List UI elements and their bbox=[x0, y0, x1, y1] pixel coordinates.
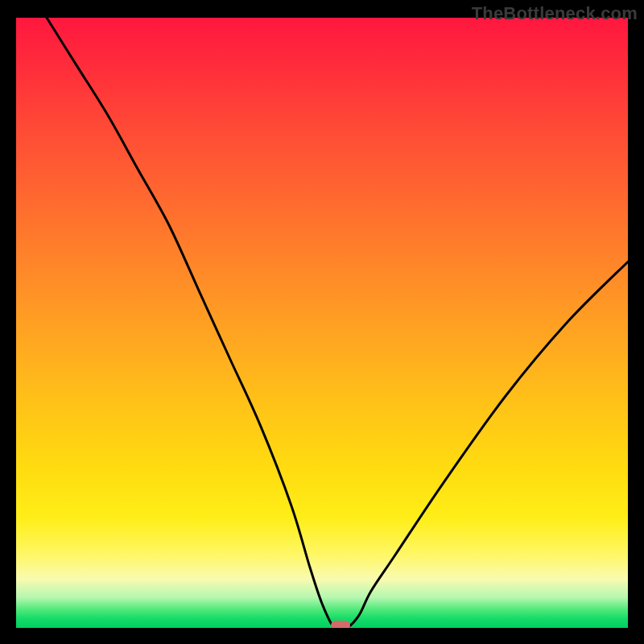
chart-frame: TheBottleneck.com bbox=[0, 0, 644, 644]
curve-path bbox=[47, 18, 628, 628]
plot-area bbox=[16, 18, 628, 628]
bottleneck-curve bbox=[16, 18, 628, 628]
watermark-label: TheBottleneck.com bbox=[472, 3, 638, 24]
optimal-point-marker bbox=[331, 621, 350, 628]
